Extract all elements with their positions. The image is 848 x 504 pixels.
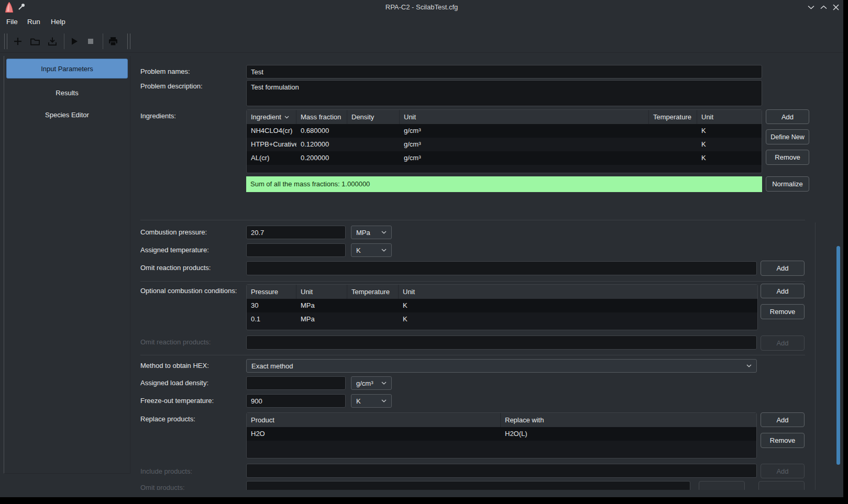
sidebar-item-input-parameters[interactable]: Input Parameters	[6, 59, 128, 79]
assigned-temperature-input[interactable]	[246, 243, 346, 257]
print-icon[interactable]	[108, 36, 118, 47]
assigned-temperature-unit-select[interactable]: K	[351, 243, 392, 257]
sidebar: Input Parameters Results Species Editor	[4, 56, 130, 474]
cell-density	[347, 138, 400, 151]
column-header-unit: Unit	[697, 110, 762, 124]
column-header-mass-fraction: Mass fraction	[296, 110, 347, 124]
normalize-button[interactable]: Normalize	[766, 176, 809, 192]
omit-products-button-partial[interactable]	[699, 481, 745, 490]
replace-products-add-button[interactable]: Add	[761, 412, 805, 427]
menu-help[interactable]: Help	[49, 16, 68, 28]
replace-products-label: Replace products:	[140, 412, 195, 426]
new-file-icon[interactable]	[13, 36, 23, 47]
omit-products-label: Omit products:	[140, 481, 185, 490]
run-play-icon[interactable]	[69, 36, 80, 47]
sidebar-item-label: Results	[56, 89, 78, 97]
table-row[interactable]: H2O H2O(L)	[247, 427, 756, 441]
column-header-replace-with: Replace with	[501, 413, 756, 427]
cell-ingredient: HTPB+Curative	[247, 138, 296, 151]
cell-unit: K	[399, 299, 757, 312]
replace-products-table-header: Product Replace with	[247, 413, 756, 427]
ingredients-label: Ingredients:	[140, 109, 176, 123]
table-row[interactable]: 30 MPa K	[247, 299, 757, 312]
table-row[interactable]: 0.1 MPa K	[247, 312, 757, 326]
assigned-load-density-unit-select[interactable]: g/cm³	[351, 376, 392, 390]
cell-ingredient: AL(cr)	[247, 151, 296, 165]
selected-unit: MPa	[356, 229, 370, 237]
cell-temperature	[649, 151, 697, 165]
menu-file[interactable]: File	[4, 16, 20, 28]
omit-reaction-products-add-button[interactable]: Add	[761, 261, 805, 276]
selected-unit: K	[356, 397, 361, 405]
omit-reaction-products-disabled-add-button[interactable]: Add	[761, 335, 805, 351]
section-divider	[140, 220, 805, 220]
menu-run[interactable]: Run	[25, 16, 42, 28]
cell-mass-fraction: 0.200000	[296, 151, 347, 165]
include-products-input[interactable]	[246, 464, 757, 478]
optional-conditions-remove-button[interactable]: Remove	[761, 304, 805, 319]
selected-unit: K	[356, 247, 361, 254]
minimize-chevron-icon[interactable]	[806, 3, 816, 12]
cell-unit: K	[697, 138, 762, 151]
sidebar-item-results[interactable]: Results	[6, 85, 128, 100]
toolbar-divider	[0, 52, 843, 53]
cell-unit: g/cm³	[400, 124, 649, 138]
stop-icon[interactable]	[85, 36, 96, 47]
cell-unit: K	[697, 124, 762, 138]
freeze-out-temperature-unit-select[interactable]: K	[351, 394, 392, 408]
cell-temperature	[649, 124, 697, 138]
ingredients-remove-button[interactable]: Remove	[766, 150, 809, 165]
toolbar-drag-handle[interactable]	[127, 33, 130, 49]
assigned-temperature-label: Assigned temperature:	[140, 243, 209, 257]
column-header-temperature: Temperature	[347, 285, 399, 299]
table-row[interactable]: NH4CLO4(cr) 0.680000 g/cm³ K	[247, 124, 762, 138]
method-hex-select[interactable]: Exact method	[246, 359, 757, 373]
omit-reaction-products-input[interactable]	[246, 261, 757, 275]
toolbar-drag-handle[interactable]	[4, 33, 7, 49]
column-header-unit: Unit	[399, 285, 757, 299]
assigned-load-density-label: Assigned load density:	[140, 376, 208, 390]
combustion-pressure-input[interactable]	[246, 226, 346, 239]
cell-pressure: 30	[247, 299, 296, 312]
method-hex-label: Method to obtain HEX:	[140, 359, 209, 373]
include-products-add-button[interactable]: Add	[761, 464, 805, 478]
content-right-divider	[815, 222, 816, 490]
replace-products-remove-button[interactable]: Remove	[761, 433, 805, 448]
replace-products-table: Product Replace with H2O H2O(L)	[246, 412, 757, 458]
ingredients-define-new-button[interactable]: Define New	[766, 129, 809, 144]
cell-mass-fraction: 0.680000	[296, 124, 347, 138]
chevron-down-icon	[381, 231, 387, 234]
combustion-pressure-label: Combustion pressure:	[140, 226, 207, 239]
problem-names-label: Problem names:	[140, 65, 190, 79]
chevron-down-icon	[381, 399, 387, 402]
assigned-load-density-input[interactable]	[246, 376, 346, 390]
problem-description-input[interactable]: Test formulation	[246, 80, 762, 106]
column-header-density: Density	[347, 110, 400, 124]
omit-products-button-partial[interactable]	[758, 481, 805, 490]
chevron-down-icon	[381, 249, 387, 252]
cell-unit: MPa	[296, 312, 347, 326]
sidebar-item-species-editor[interactable]: Species Editor	[6, 107, 128, 122]
table-row[interactable]: HTPB+Curative 0.120000 g/cm³ K	[247, 138, 762, 151]
column-header-ingredient[interactable]: Ingredient	[247, 110, 296, 124]
ingredients-table: Ingredient Mass fraction Density Unit Te…	[246, 109, 762, 173]
title-bar[interactable]: RPA-C2 - ScilabTest.cfg	[0, 0, 843, 15]
optional-conditions-table: Pressure Unit Temperature Unit 30 MPa K …	[246, 284, 758, 330]
table-row[interactable]: AL(cr) 0.200000 g/cm³ K	[247, 151, 762, 165]
omit-reaction-products-disabled-input[interactable]	[246, 335, 757, 350]
combustion-pressure-unit-select[interactable]: MPa	[351, 226, 392, 239]
omit-reaction-products-label: Omit reaction products:	[140, 261, 211, 275]
freeze-out-temperature-input[interactable]	[246, 394, 346, 408]
open-folder-icon[interactable]	[30, 36, 40, 47]
app-window: RPA-C2 - ScilabTest.cfg File Run Help	[0, 0, 843, 497]
save-icon[interactable]	[47, 36, 58, 47]
cell-unit: K	[697, 151, 762, 165]
close-icon[interactable]	[831, 3, 841, 12]
maximize-chevron-icon[interactable]	[819, 3, 828, 12]
problem-names-input[interactable]	[246, 65, 762, 79]
omit-products-input[interactable]	[246, 481, 690, 490]
optional-conditions-add-button[interactable]: Add	[761, 284, 805, 298]
chevron-down-icon	[746, 364, 752, 367]
vertical-scrollbar-thumb[interactable]	[836, 246, 840, 465]
ingredients-add-button[interactable]: Add	[766, 109, 809, 124]
